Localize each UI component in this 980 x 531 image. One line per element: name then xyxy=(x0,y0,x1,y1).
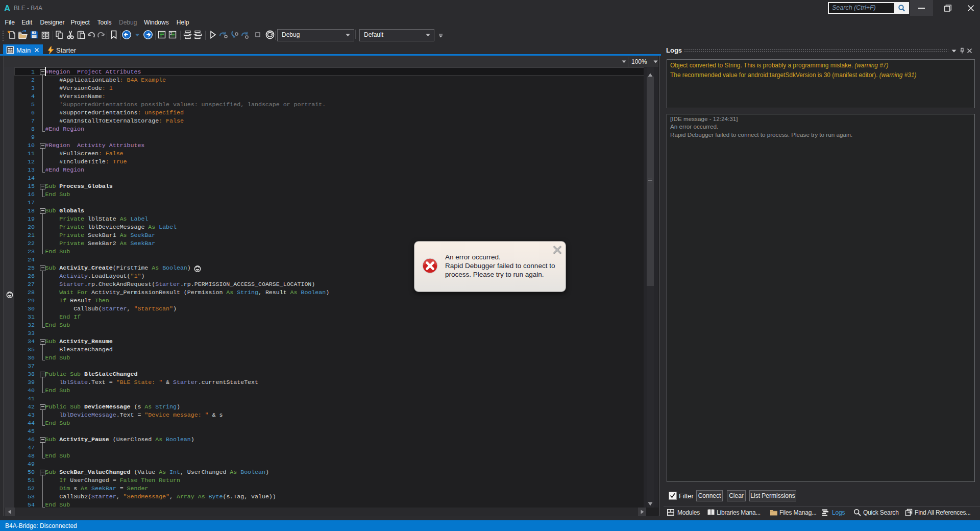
svg-text:2: 2 xyxy=(170,31,173,36)
